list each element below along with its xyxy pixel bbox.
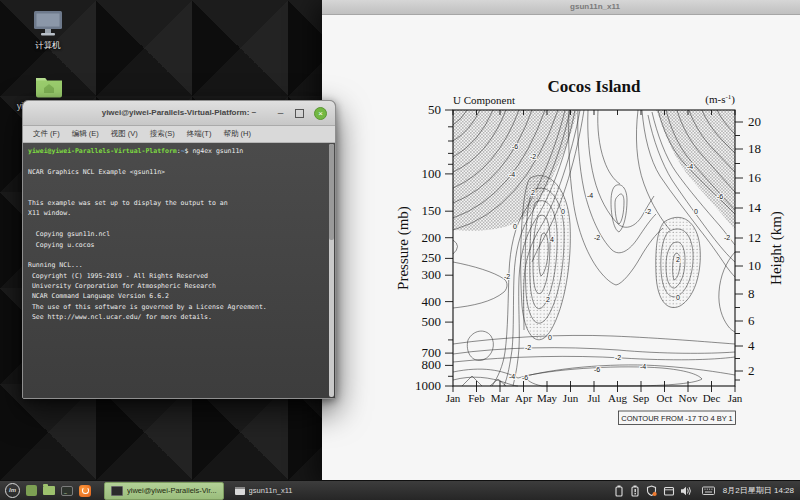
- svg-text:Sep: Sep: [633, 392, 650, 404]
- terminal-titlebar[interactable]: yiwei@yiwei-Parallels-Virtual-Platform: …: [23, 101, 335, 126]
- menu-search[interactable]: 搜索(S): [150, 129, 175, 139]
- y-left-tick-labels: 50 100 150 200 250 300 400 500 700 800 1…: [415, 102, 441, 393]
- svg-text:Nov: Nov: [679, 392, 698, 404]
- svg-text:Feb: Feb: [468, 392, 485, 404]
- output-line: Copying gsun11n.ncl: [28, 229, 325, 239]
- output-line: [28, 219, 325, 229]
- menu-file[interactable]: 文件 (F): [33, 129, 60, 139]
- output-line: NCAR Graphics NCL Example <gsun11n>: [28, 167, 325, 177]
- files-launcher-icon[interactable]: [43, 486, 55, 495]
- menu-view[interactable]: 视图 (V): [111, 129, 138, 139]
- mint-menu-button[interactable]: lm: [5, 483, 20, 498]
- svg-text:400: 400: [422, 294, 442, 309]
- svg-text:-6: -6: [594, 366, 600, 373]
- svg-text:Apr: Apr: [515, 392, 532, 404]
- menu-terminal[interactable]: 终端(T): [187, 129, 212, 139]
- taskbar-window-gsun11n[interactable]: gsun11n_x11: [228, 482, 300, 500]
- maximize-button[interactable]: [295, 109, 304, 118]
- y-right-tick-labels: 20 18 16 14 12 10 8 6 4 2: [748, 114, 762, 378]
- output-line: Copyright (C) 1995-2019 - All Rights Res…: [28, 271, 325, 281]
- svg-text:14: 14: [748, 200, 762, 215]
- svg-text:-4: -4: [687, 163, 693, 170]
- x11-window-title: gsun11n_x11: [570, 2, 620, 11]
- prompt-line: yiwei@yiwei-Parallels-Virtual-Platform:~…: [28, 146, 325, 156]
- taskbar: lm _ yiwei@yiwei-Parallels-Vir... gsun11…: [0, 480, 800, 500]
- y-right-axis-title: Height (km): [768, 211, 785, 285]
- taskbar-window-terminal[interactable]: yiwei@yiwei-Parallels-Vir...: [104, 482, 224, 500]
- output-line: University Corporation for Atmospheric R…: [28, 281, 325, 291]
- svg-text:-4: -4: [509, 171, 515, 178]
- terminal-mini-icon: [111, 486, 123, 496]
- hatch-small-blob: [615, 194, 624, 224]
- command-text: ng4ex gsun11n: [188, 147, 243, 155]
- svg-text:May: May: [537, 392, 558, 404]
- svg-text:Aug: Aug: [608, 392, 627, 404]
- firefox-icon[interactable]: [79, 485, 91, 497]
- svg-text:Mar: Mar: [491, 392, 510, 404]
- svg-text:6: 6: [748, 313, 755, 328]
- svg-text:-6: -6: [512, 143, 518, 150]
- menu-help[interactable]: 帮助 (H): [223, 129, 251, 139]
- stipple-apr-jun: [521, 176, 571, 340]
- svg-text:Jul: Jul: [588, 392, 601, 404]
- battery-icon[interactable]: [614, 485, 625, 497]
- output-line: NCAR Command Language Version 6.6.2: [28, 291, 325, 301]
- svg-text:10: 10: [748, 258, 761, 273]
- svg-text:50: 50: [428, 102, 441, 117]
- svg-text:0: 0: [548, 334, 552, 341]
- output-line: Running NCL...: [28, 260, 325, 270]
- svg-text:0: 0: [694, 208, 698, 215]
- svg-text:2: 2: [546, 296, 550, 303]
- computer-icon: [32, 10, 64, 37]
- terminal-launcher-icon[interactable]: _: [61, 486, 73, 496]
- desktop-icon-computer[interactable]: 计算机: [16, 10, 80, 52]
- svg-text:8: 8: [748, 286, 755, 301]
- removable-media-icon[interactable]: [663, 485, 675, 497]
- svg-text:2: 2: [748, 363, 755, 378]
- svg-text:800: 800: [422, 357, 442, 372]
- svg-text:-2: -2: [530, 153, 536, 160]
- terminal-window-title: yiwei@yiwei-Parallels-Virtual-Platform: …: [102, 108, 257, 117]
- window-mini-icon: [235, 487, 245, 495]
- svg-text:Oct: Oct: [657, 392, 673, 404]
- svg-text:500: 500: [422, 314, 442, 329]
- svg-text:-2: -2: [724, 234, 730, 241]
- y-left-axis-title: Pressure (mb): [395, 206, 412, 290]
- output-line: This example was set up to display the o…: [28, 198, 325, 208]
- svg-text:16: 16: [748, 170, 762, 185]
- menu-edit[interactable]: 编辑 (E): [72, 129, 99, 139]
- svg-text:-2: -2: [525, 344, 531, 351]
- svg-text:200: 200: [422, 230, 442, 245]
- svg-text:-2: -2: [504, 273, 510, 280]
- terminal-window[interactable]: yiwei@yiwei-Parallels-Virtual-Platform: …: [22, 100, 336, 399]
- battery-alert-icon[interactable]: [630, 485, 641, 497]
- svg-text:0: 0: [676, 294, 680, 301]
- keyboard-input-icon[interactable]: [702, 485, 715, 496]
- svg-text:-6: -6: [717, 193, 723, 200]
- output-line: [28, 177, 325, 187]
- shield-update-icon[interactable]: [646, 485, 658, 497]
- show-desktop-button[interactable]: [26, 485, 37, 496]
- svg-text:4: 4: [550, 236, 554, 243]
- x11-plot-window[interactable]: gsun11n_x11: [322, 0, 800, 481]
- desktop-icon-label: 计算机: [35, 40, 61, 50]
- clock[interactable]: 8月2日星期日 14:28: [723, 485, 794, 496]
- minimize-button[interactable]: –: [276, 109, 285, 118]
- svg-text:-4: -4: [509, 373, 515, 380]
- taskbar-launchers: lm _: [0, 483, 96, 498]
- svg-text:1000: 1000: [415, 378, 441, 393]
- svg-text:2: 2: [676, 256, 680, 263]
- svg-text:2: 2: [531, 189, 535, 196]
- x11-titlebar[interactable]: gsun11n_x11: [322, 0, 800, 15]
- svg-text:0: 0: [561, 208, 565, 215]
- output-line: See http://www.ncl.ucar.edu/ for more de…: [28, 312, 325, 322]
- output-line: Copying u.cocos: [28, 240, 325, 250]
- home-folder-icon: [34, 74, 64, 98]
- terminal-menubar: 文件 (F) 编辑 (E) 视图 (V) 搜索(S) 终端(T) 帮助 (H): [23, 126, 335, 143]
- svg-text:CONTOUR FROM -17 TO 4 BY 1: CONTOUR FROM -17 TO 4 BY 1: [621, 414, 733, 423]
- system-tray: 8月2日星期日 14:28: [614, 485, 800, 497]
- terminal-output[interactable]: yiwei@yiwei-Parallels-Virtual-Platform:~…: [23, 143, 335, 398]
- output-line: [28, 188, 325, 198]
- speaker-icon[interactable]: [680, 485, 693, 497]
- prompt-user-host: yiwei@yiwei-Parallels-Virtual-Platform: [28, 147, 177, 155]
